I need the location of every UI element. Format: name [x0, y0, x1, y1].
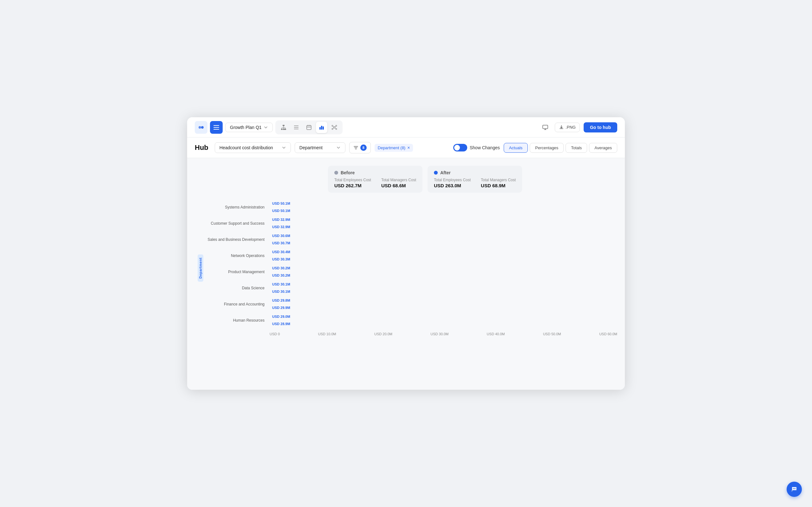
group-by-label: Department — [299, 145, 322, 150]
download-icon — [559, 125, 564, 130]
bar-after-value: USD 28.9M — [272, 321, 290, 327]
svg-line-32 — [335, 128, 336, 128]
sub-header: Hub Headcount cost distribution Departme… — [187, 137, 625, 158]
actuals-btn[interactable]: Actuals — [504, 143, 528, 153]
chevron-down-icon — [264, 125, 268, 130]
x-axis-label: USD 30.0M — [430, 332, 449, 336]
row-label: Customer Support and Success — [206, 221, 270, 226]
bar-values: USD 32.9MUSD 32.9M — [272, 216, 290, 230]
bar-values: USD 29.8MUSD 29.9M — [272, 297, 290, 311]
show-changes-toggle[interactable] — [453, 144, 467, 152]
row-label: Product Management — [206, 270, 270, 274]
bar-before-value: USD 30.1M — [272, 281, 290, 287]
filter-button[interactable]: 8 — [349, 142, 371, 153]
png-label: .PNG — [565, 125, 576, 130]
bar-after-value: USD 50.1M — [272, 208, 290, 214]
chart-body: Systems AdministrationUSD 50.1MUSD 50.1M… — [206, 200, 617, 336]
bar-before-value: USD 29.0M — [272, 314, 290, 320]
x-axis-label: USD 0 — [270, 332, 280, 336]
svg-line-30 — [335, 126, 336, 127]
monitor-btn[interactable] — [540, 122, 551, 133]
svg-rect-23 — [322, 126, 324, 130]
after-label: After — [440, 170, 451, 175]
filter-tag-remove[interactable]: × — [407, 146, 410, 150]
logo-button[interactable] — [195, 121, 207, 134]
bar-before-value: USD 50.1M — [272, 200, 290, 207]
calendar-btn[interactable] — [303, 122, 315, 133]
bar-after-value: USD 30.3M — [272, 256, 290, 262]
before-employees-stat: Total Employees Cost USD 262.7M — [334, 178, 371, 188]
chart-row: Systems AdministrationUSD 50.1MUSD 50.1M — [206, 200, 617, 214]
svg-rect-2 — [213, 125, 219, 126]
bar-wrapper: USD 50.1MUSD 50.1M — [270, 200, 290, 214]
before-managers-stat: Total Managers Cost USD 68.6M — [381, 178, 416, 188]
nav-toolbar — [275, 120, 343, 134]
svg-point-38 — [795, 488, 796, 489]
export-png-btn[interactable]: .PNG — [555, 123, 580, 132]
bar-wrapper: USD 30.1MUSD 30.1M — [270, 281, 290, 295]
svg-point-0 — [199, 126, 201, 129]
chart-row: Sales and Business DevelopmentUSD 30.6MU… — [206, 233, 617, 246]
after-dot — [434, 171, 438, 175]
department-filter-tag: Department (8) × — [374, 144, 413, 152]
svg-rect-21 — [319, 127, 321, 130]
svg-rect-17 — [307, 125, 311, 130]
percentages-btn[interactable]: Percentages — [530, 143, 564, 153]
chart-type-dropdown[interactable]: Headcount cost distribution — [215, 142, 291, 153]
show-changes-toggle-group: Show Changes — [453, 144, 500, 152]
list-btn[interactable] — [291, 122, 302, 133]
chart-row: Customer Support and SuccessUSD 32.9MUSD… — [206, 216, 617, 230]
row-label: Human Resources — [206, 318, 270, 323]
chat-bubble-button[interactable] — [786, 482, 802, 497]
x-axis-label: USD 40.0M — [487, 332, 505, 336]
app-window: Growth Plan Q1 — [187, 117, 625, 390]
bar-values: USD 50.1MUSD 50.1M — [272, 200, 290, 214]
bar-chart-btn[interactable] — [316, 122, 327, 133]
y-axis-container: Department — [195, 200, 206, 336]
svg-rect-6 — [281, 129, 283, 130]
org-chart-btn[interactable] — [278, 122, 289, 133]
legend-row: Before Total Employees Cost USD 262.7M T… — [233, 166, 617, 193]
bar-values: USD 30.6MUSD 30.7M — [272, 233, 290, 246]
chevron-down-icon — [282, 146, 286, 150]
chart-row: Data ScienceUSD 30.1MUSD 30.1M — [206, 281, 617, 295]
bar-wrapper: USD 32.9MUSD 32.9M — [270, 216, 290, 230]
plan-dropdown[interactable]: Growth Plan Q1 — [225, 123, 273, 132]
bar-before-value: USD 30.4M — [272, 249, 290, 255]
row-label: Systems Administration — [206, 205, 270, 210]
menu-button[interactable] — [210, 121, 223, 134]
svg-point-37 — [794, 488, 795, 489]
svg-line-29 — [333, 126, 334, 127]
svg-rect-4 — [213, 129, 219, 130]
filter-badge: 8 — [360, 145, 367, 151]
plan-label: Growth Plan Q1 — [230, 125, 262, 130]
bar-after-value: USD 30.7M — [272, 240, 290, 246]
after-legend-card: After Total Employees Cost USD 263.0M To… — [427, 166, 522, 193]
y-axis-label: Department — [198, 255, 203, 282]
averages-btn[interactable]: Averages — [589, 143, 617, 153]
row-label: Network Operations — [206, 253, 270, 258]
nav-left: Growth Plan Q1 — [195, 120, 343, 134]
bar-after-value: USD 30.2M — [272, 272, 290, 279]
bar-before-value: USD 32.9M — [272, 216, 290, 223]
x-axis-label: USD 50.0M — [543, 332, 561, 336]
view-button-group: Actuals Percentages Totals Averages — [504, 143, 617, 153]
filter-icon — [353, 145, 358, 150]
bar-values: USD 30.4MUSD 30.3M — [272, 249, 290, 262]
bar-values: USD 30.2MUSD 30.2M — [272, 265, 290, 279]
chart-row: Product ManagementUSD 30.2MUSD 30.2M — [206, 265, 617, 279]
chart-type-label: Headcount cost distribution — [219, 145, 273, 150]
x-axis: USD 0USD 10.0MUSD 20.0MUSD 30.0MUSD 40.0… — [206, 330, 617, 336]
before-label: Before — [341, 170, 355, 175]
bar-before-value: USD 29.8M — [272, 297, 290, 303]
totals-btn[interactable]: Totals — [565, 143, 587, 153]
bar-after-value: USD 29.9M — [272, 304, 290, 311]
network-btn[interactable] — [328, 122, 340, 133]
go-to-hub-button[interactable]: Go to hub — [583, 122, 617, 132]
chart-rows: Systems AdministrationUSD 50.1MUSD 50.1M… — [206, 200, 617, 327]
group-by-dropdown[interactable]: Department — [295, 142, 345, 153]
svg-rect-33 — [543, 125, 548, 129]
svg-rect-7 — [283, 129, 285, 130]
before-legend-card: Before Total Employees Cost USD 262.7M T… — [328, 166, 422, 193]
bar-values: USD 29.0MUSD 28.9M — [272, 314, 290, 327]
